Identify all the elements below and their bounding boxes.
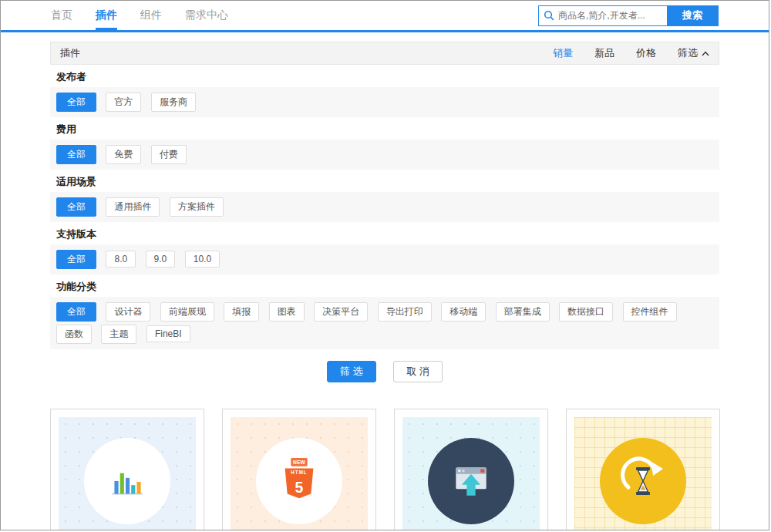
sort-price[interactable]: 价格: [636, 46, 656, 60]
search-icon: [544, 10, 554, 21]
nav-item-home[interactable]: 首页: [51, 1, 72, 30]
option-v9[interactable]: 9.0: [146, 251, 176, 268]
product-card-html5[interactable]: NEW HTML 5 HTML5移动端展现 免费 2019-09-19: [222, 409, 376, 530]
page: 首页 插件 组件 需求中心 搜索 插件 销量 新品 价格 筛选: [0, 0, 769, 530]
group-options: 全部 官方 服务商: [50, 87, 719, 117]
option-all[interactable]: 全部: [56, 197, 96, 217]
filter-group-publisher: 发布者 全部 官方 服务商: [50, 65, 719, 117]
html5-new-icon: NEW HTML 5: [256, 438, 342, 524]
option-all[interactable]: 全部: [56, 145, 96, 164]
nav-item-components[interactable]: 组件: [140, 1, 162, 30]
card-image: [59, 417, 196, 530]
option-all[interactable]: 全部: [56, 302, 96, 322]
search-button[interactable]: 搜索: [667, 6, 718, 25]
nav-item-demand-center[interactable]: 需求中心: [185, 1, 228, 30]
option-finebi[interactable]: FineBI: [146, 325, 190, 342]
product-card-upload-download[interactable]: 上传下载文件 ¥1000 2019-07-17: [394, 409, 548, 530]
group-options: 全部 设计器 前端展现 填报 图表 决策平台 导出打印 移动端 部署集成 数据接…: [50, 297, 719, 349]
option-theme[interactable]: 主题: [101, 325, 136, 344]
option-paid[interactable]: 付费: [151, 145, 187, 164]
group-options: 全部 通用插件 方案插件: [50, 192, 719, 222]
option-v8[interactable]: 8.0: [106, 251, 136, 268]
option-frontend-display[interactable]: 前端展现: [160, 302, 214, 322]
nav-label: 组件: [140, 8, 162, 22]
filter-panel-header: 插件 销量 新品 价格 筛选: [50, 42, 719, 65]
product-card-report-refresh[interactable]: 表单内报表块刷新 免费 2019-05-23: [566, 409, 720, 530]
product-card-list: 图表(新特性) 免费 2018-11-24 NEW HTML 5: [50, 409, 719, 530]
filter-group-version: 支持版本 全部 8.0 9.0 10.0: [50, 222, 719, 274]
option-export-print[interactable]: 导出打印: [378, 302, 432, 322]
search-box: 搜索: [538, 5, 719, 26]
option-service-provider[interactable]: 服务商: [151, 93, 196, 112]
filter-group-category: 功能分类 全部 设计器 前端展现 填报 图表 决策平台 导出打印 移动端 部署集…: [50, 274, 719, 349]
product-card-chart[interactable]: 图表(新特性) 免费 2018-11-24: [50, 409, 204, 530]
bar-chart-icon: [84, 438, 170, 524]
option-chart[interactable]: 图表: [269, 302, 305, 322]
filter-toggle-label: 筛选: [678, 46, 698, 60]
filter-group-cost: 费用 全部 免费 付费: [50, 117, 719, 170]
sort-newest[interactable]: 新品: [594, 46, 614, 60]
option-all[interactable]: 全部: [56, 93, 96, 112]
option-official[interactable]: 官方: [106, 93, 141, 112]
upload-window-icon: [428, 438, 514, 524]
option-data-entry[interactable]: 填报: [224, 302, 259, 322]
card-image: NEW HTML 5: [231, 417, 368, 530]
nav-label: 需求中心: [185, 8, 228, 22]
content: 插件 销量 新品 价格 筛选 发布者 全部 官方 服务商 费用: [50, 42, 719, 530]
filter-actions: 筛 选 取 消: [50, 349, 719, 396]
sort-bar: 销量 新品 价格 筛选: [531, 46, 709, 60]
card-image: [402, 417, 540, 530]
group-label: 费用: [50, 117, 719, 140]
sort-sales[interactable]: 销量: [553, 46, 573, 60]
option-mobile[interactable]: 移动端: [441, 302, 486, 322]
panel-title: 插件: [60, 46, 80, 60]
option-data-interface[interactable]: 数据接口: [559, 302, 613, 322]
search-input[interactable]: [558, 10, 662, 21]
group-label: 功能分类: [50, 274, 719, 297]
filter-apply-button[interactable]: 筛 选: [327, 361, 376, 382]
search-field: [539, 6, 667, 25]
top-navbar: 首页 插件 组件 需求中心 搜索: [1, 1, 769, 30]
option-function[interactable]: 函数: [56, 325, 92, 344]
group-options: 全部 8.0 9.0 10.0: [50, 244, 719, 274]
option-all[interactable]: 全部: [56, 250, 96, 269]
group-label: 支持版本: [50, 222, 719, 244]
filter-group-scenario: 适用场景 全部 通用插件 方案插件: [50, 170, 719, 222]
option-decision-platform[interactable]: 决策平台: [314, 302, 368, 322]
nav-label: 首页: [51, 8, 72, 22]
option-general-plugin[interactable]: 通用插件: [106, 197, 160, 217]
svg-text:NEW: NEW: [293, 460, 305, 465]
svg-text:HTML: HTML: [291, 470, 307, 475]
chevron-up-icon: [702, 51, 709, 56]
accent-divider: [1, 30, 769, 32]
option-widget-component[interactable]: 控件组件: [623, 302, 677, 322]
option-free[interactable]: 免费: [106, 145, 141, 164]
main-nav: 首页 插件 组件 需求中心: [51, 1, 251, 30]
option-designer[interactable]: 设计器: [106, 302, 150, 322]
group-label: 发布者: [50, 65, 719, 87]
option-v10[interactable]: 10.0: [185, 251, 220, 268]
option-deploy-integration[interactable]: 部署集成: [496, 302, 550, 322]
filter-toggle[interactable]: 筛选: [678, 46, 709, 60]
nav-label: 插件: [96, 8, 117, 22]
svg-text:5: 5: [295, 478, 304, 495]
refresh-hourglass-icon: [600, 438, 686, 524]
option-solution-plugin[interactable]: 方案插件: [170, 197, 224, 217]
filter-cancel-button[interactable]: 取 消: [393, 361, 443, 382]
group-label: 适用场景: [50, 170, 719, 192]
nav-item-plugins[interactable]: 插件: [96, 1, 117, 30]
card-image: [574, 417, 712, 530]
group-options: 全部 免费 付费: [50, 140, 719, 170]
